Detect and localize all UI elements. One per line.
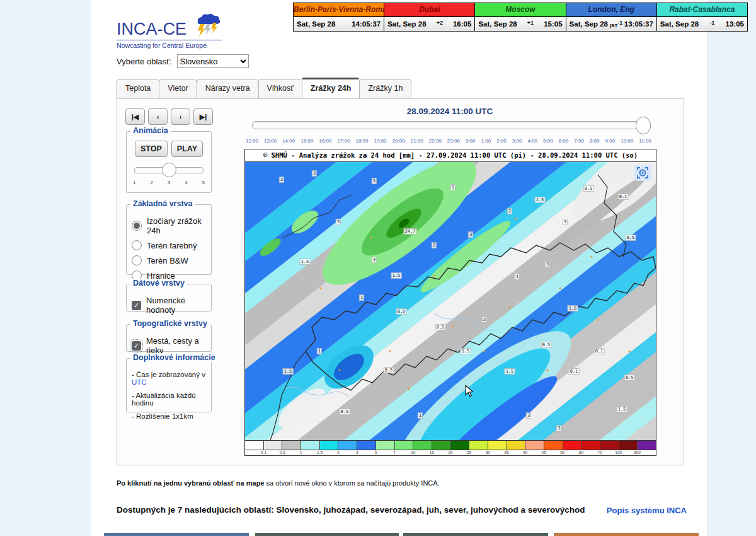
- area-select-label: Vyberte oblasť:: [117, 57, 172, 66]
- legend-color-cell: [432, 441, 451, 450]
- topo-layers-legend: Topografické vrstvy: [130, 319, 210, 328]
- precip-legend: [245, 440, 656, 450]
- tab-Vietor[interactable]: Vietor: [159, 79, 196, 98]
- clock-utc-offset: -1: [709, 20, 714, 28]
- legend-color-cell: [320, 441, 339, 450]
- tab-Vlhkosť[interactable]: Vlhkosť: [258, 79, 302, 98]
- speed-slider-thumb[interactable]: [162, 163, 176, 177]
- base-layer-legend: Základná vrstva: [130, 199, 195, 208]
- time-tick: 14:00: [282, 138, 295, 144]
- legend-color-cell: [395, 441, 414, 450]
- radio-option[interactable]: Terén B&W: [132, 255, 206, 265]
- clock-time: 13:05: [726, 20, 744, 28]
- time-tick: 7:00: [574, 138, 584, 144]
- legend-color-cell: [563, 441, 582, 450]
- time-tick: 4:00: [527, 138, 537, 144]
- frame-nav-buttons: |◀‹›▶|: [125, 108, 213, 125]
- precipitation-map[interactable]: © SHMÚ - Analýza zrážok za 24 hod [mm] -…: [244, 149, 656, 456]
- topo-layers-fieldset: Topografické vrstvy ✓Mestá, cesty a riek…: [126, 324, 212, 352]
- prev-frame-button[interactable]: ‹: [148, 108, 168, 125]
- radio-icon: [132, 255, 142, 265]
- locate-target-icon[interactable]: [634, 165, 651, 181]
- legend-label: 35: [504, 450, 508, 455]
- clock-date: Sat, Sep 28: [570, 20, 608, 28]
- region-thumb-edge: [104, 533, 249, 536]
- checkbox-option[interactable]: ✓Numerické hodnoty: [132, 296, 206, 315]
- speed-scale-label: 1: [133, 180, 135, 185]
- legend-color-cell: [264, 441, 283, 450]
- clock-cell: Berlin-Paris-Vienna-RomaSat, Sep 2814:05…: [294, 3, 384, 31]
- legend-label: 70: [597, 450, 602, 455]
- page: Berlin-Paris-Vienna-RomaSat, Sep 2814:05…: [0, 0, 756, 536]
- clock-city-label: Rabat-Casablanca: [657, 3, 747, 17]
- clock-city-label: Dubai: [384, 3, 474, 17]
- checkbox-label: Numerické hodnoty: [146, 296, 206, 315]
- speed-scale-label: 3: [168, 180, 170, 185]
- first-frame-button[interactable]: |◀: [125, 108, 145, 125]
- legend-label: 25: [467, 450, 471, 455]
- tab-Zrážky 24h[interactable]: Zrážky 24h: [302, 78, 360, 98]
- speed-scale: 12345: [133, 180, 205, 185]
- radio-dot: [134, 223, 140, 229]
- play-button[interactable]: PLAY: [171, 141, 203, 157]
- legend-color-cell: [413, 441, 432, 450]
- time-tick: 5:00: [543, 138, 553, 144]
- radio-option[interactable]: Terén farebný: [132, 240, 206, 250]
- speed-scale-label: 4: [185, 180, 187, 185]
- checkbox-option[interactable]: ✓Mestá, cesty a rieky: [132, 336, 206, 355]
- clock-cell: MoscowSat, Sep 28+115:05: [474, 3, 565, 31]
- last-frame-button[interactable]: ▶|: [193, 108, 213, 125]
- radio-icon: [132, 221, 142, 231]
- animation-fieldset: Animácia STOP PLAY 12345: [126, 131, 212, 193]
- time-slider-track[interactable]: [252, 121, 650, 129]
- logo-subtitle: Nowcasting for Central Europe: [117, 42, 222, 49]
- clock-date: Sat, Sep 28: [478, 20, 517, 28]
- legend-color-cell: [600, 441, 619, 450]
- tab-Nárazy vetra[interactable]: Nárazy vetra: [197, 79, 258, 98]
- time-tick: 9:00: [605, 138, 616, 144]
- speed-slider[interactable]: [134, 167, 203, 173]
- time-tick: 22:00: [429, 138, 442, 144]
- legend-label: 40: [523, 450, 527, 455]
- stop-button[interactable]: STOP: [135, 141, 168, 157]
- time-tick: 20:00: [392, 138, 405, 144]
- legend-label: 300: [634, 450, 641, 455]
- time-tick: 15:00: [301, 138, 313, 144]
- time-tick: 6:00: [559, 138, 569, 144]
- tab-Teplota[interactable]: Teplota: [117, 79, 159, 98]
- legend-color-cell: [469, 441, 488, 450]
- time-tick: 10:00: [621, 138, 633, 144]
- time-tick: 8:00: [590, 138, 600, 144]
- speed-scale-label: 2: [150, 180, 152, 185]
- time-tick: 21:00: [411, 138, 423, 144]
- legend-color-cell: [451, 441, 470, 450]
- time-tick: 0:00: [466, 138, 476, 144]
- inca-description-link[interactable]: Popis systému INCA: [602, 506, 687, 515]
- utc-link[interactable]: UTC: [132, 378, 147, 386]
- legend-color-cell: [376, 441, 395, 450]
- legend-label: 60: [579, 450, 583, 455]
- map-image[interactable]: 325531.524.72321.530.50.10.510.50.50.511…: [245, 162, 656, 440]
- area-select[interactable]: Slovensko: [177, 54, 249, 68]
- time-slider-thumb[interactable]: [636, 117, 651, 134]
- next-frame-button[interactable]: ›: [171, 108, 190, 125]
- clock-time-row: Sat, Sep 28-113:05: [657, 17, 747, 31]
- legend-color-cell: [638, 441, 656, 450]
- clock-date: Sat, Sep 28: [297, 20, 335, 28]
- legend-label: 3: [356, 450, 358, 455]
- legend-label: 45: [542, 450, 546, 455]
- checkbox-icon: ✓: [132, 301, 141, 310]
- radio-option[interactable]: Izočiary zrážok 24h: [132, 216, 206, 235]
- legend-color-cell: [338, 441, 357, 450]
- product-tabs: TeplotaVietorNárazy vetraVlhkosťZrážky 2…: [117, 78, 411, 98]
- time-tick: 11:00: [639, 138, 651, 144]
- data-layers-legend: Dátové vrstvy: [130, 279, 187, 288]
- legend-color-cell: [357, 441, 376, 450]
- radio-label: Izočiary zrážok 24h: [147, 216, 206, 235]
- info-line: - Rozlíšenie 1x1km: [132, 412, 206, 420]
- legend-color-cell: [544, 441, 563, 450]
- region-thumb-edge: [255, 533, 399, 536]
- tab-Zrážky 1h[interactable]: Zrážky 1h: [359, 79, 411, 98]
- legend-label: 20: [448, 450, 452, 455]
- region-thumb-edge: [554, 533, 699, 536]
